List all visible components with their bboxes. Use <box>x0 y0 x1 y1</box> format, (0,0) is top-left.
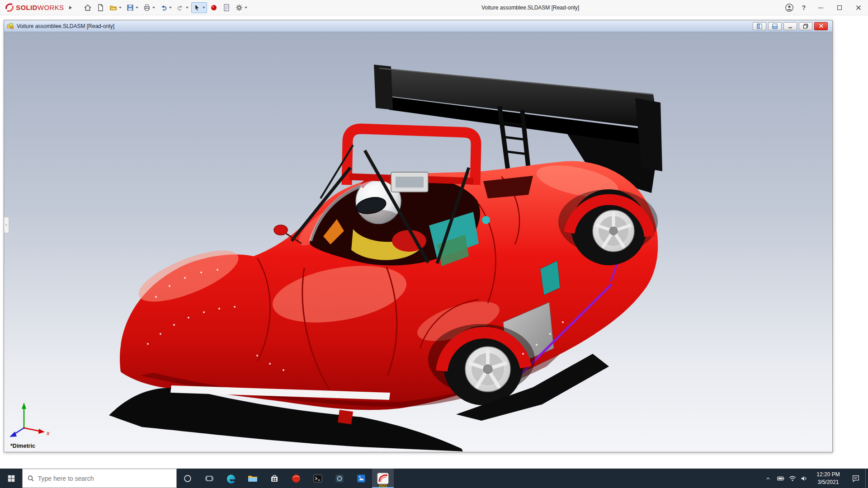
car-model[interactable] <box>109 65 662 451</box>
battery-button[interactable] <box>775 469 787 488</box>
options-gear-icon <box>235 4 243 12</box>
doc-minimize-icon <box>788 23 793 29</box>
cortana-button[interactable] <box>177 469 198 488</box>
open-dropdown-caret[interactable] <box>119 7 122 9</box>
solidworks-logo-mark <box>5 3 14 13</box>
menu-expand-arrow-icon[interactable] <box>69 6 72 9</box>
task-view-button[interactable] <box>198 469 220 488</box>
assembly-document-icon <box>7 23 14 30</box>
document-titlebar[interactable]: Voiture assomblee.SLDASM [Read-only] <box>4 20 832 32</box>
undo-button[interactable] <box>158 2 174 13</box>
quick-access-toolbar <box>82 2 249 13</box>
select-cursor-icon <box>193 4 201 12</box>
file-explorer-icon <box>247 473 258 484</box>
graphics-viewport[interactable]: x *Dimetric ‹ <box>4 32 832 452</box>
help-icon: ? <box>802 4 806 11</box>
system-tray: 12:20 PM 3/5/2021 <box>761 469 868 488</box>
action-center-icon <box>851 474 860 483</box>
side-mirror <box>274 225 288 235</box>
print-button[interactable] <box>141 2 157 13</box>
action-center-button[interactable] <box>846 469 865 488</box>
home-button[interactable] <box>82 2 94 13</box>
doc-restore-button[interactable] <box>799 22 812 30</box>
close-button[interactable] <box>849 0 868 15</box>
save-dropdown-caret[interactable] <box>136 7 138 9</box>
windows-taskbar: 2021 <box>0 469 868 488</box>
taskbar-clock[interactable]: 12:20 PM 3/5/2021 <box>810 469 846 488</box>
solidworks-version-badge: 2021 <box>379 483 387 488</box>
workspace: Voiture assomblee.SLDASM [Read-only] <box>0 15 868 469</box>
taskbar-app-dark[interactable] <box>329 469 350 488</box>
solidworks-logo: SOLIDWORKS <box>0 3 72 13</box>
taskbar-app-solidworks[interactable]: 2021 <box>372 469 394 488</box>
terminal-icon <box>312 473 323 484</box>
clock-date: 3/5/2021 <box>818 479 839 486</box>
clock-time: 12:20 PM <box>816 471 840 478</box>
store-icon <box>269 473 280 484</box>
maximize-button[interactable] <box>830 0 849 15</box>
taskbar-app-edge[interactable] <box>220 469 242 488</box>
select-tool-button[interactable] <box>191 2 207 13</box>
windows-logo-icon <box>7 474 15 483</box>
speaker-icon <box>800 474 808 483</box>
options-dropdown-caret[interactable] <box>245 7 247 9</box>
volume-button[interactable] <box>798 469 810 488</box>
taskbar-search[interactable] <box>22 469 177 488</box>
new-document-icon <box>96 4 104 12</box>
cortana-icon <box>183 474 192 483</box>
triad-x-label: x <box>46 430 50 436</box>
titlebar-controls: ? <box>782 0 868 15</box>
document-title: Voiture assomblee.SLDASM [Read-only] <box>17 23 114 29</box>
hidden-icons-button[interactable] <box>761 469 775 488</box>
account-button[interactable] <box>782 0 797 15</box>
maximize-icon <box>837 5 842 10</box>
help-button[interactable]: ? <box>797 0 811 15</box>
wifi-icon <box>788 474 797 483</box>
network-button[interactable] <box>787 469 798 488</box>
window-cascade-button[interactable] <box>768 22 782 30</box>
start-button[interactable] <box>0 469 22 488</box>
viewport-canvas[interactable]: x <box>4 32 832 452</box>
minimize-button[interactable] <box>811 0 830 15</box>
file-properties-button[interactable] <box>221 2 232 13</box>
dynamic-mouse-button[interactable] <box>208 2 220 13</box>
dark-app-icon <box>334 473 345 484</box>
taskbar-app-terminal[interactable] <box>307 469 329 488</box>
taskbar-app-photos[interactable] <box>350 469 372 488</box>
options-button[interactable] <box>233 2 249 13</box>
close-icon <box>856 5 861 10</box>
redo-button[interactable] <box>175 2 190 13</box>
red-sphere-icon <box>210 4 218 12</box>
file-properties-icon <box>222 4 231 12</box>
feature-manager-collapse-tab[interactable]: ‹ <box>4 217 9 233</box>
doc-minimize-button[interactable] <box>783 22 797 30</box>
account-icon <box>785 3 794 12</box>
window-tile-icon <box>757 23 762 29</box>
window-tile-button[interactable] <box>753 22 766 30</box>
doc-close-button[interactable] <box>814 22 828 30</box>
save-button[interactable] <box>124 2 140 13</box>
print-dropdown-caret[interactable] <box>152 7 155 9</box>
photos-icon <box>356 473 367 484</box>
doc-restore-icon <box>803 23 808 29</box>
save-icon <box>126 4 134 12</box>
search-input[interactable] <box>38 475 172 482</box>
triad-x-axis[interactable] <box>24 428 39 431</box>
taskbar-app-store[interactable] <box>264 469 285 488</box>
orientation-triad[interactable]: x <box>9 403 50 437</box>
taskbar-app-file-explorer[interactable] <box>242 469 264 488</box>
task-view-icon <box>205 474 214 483</box>
open-button[interactable] <box>107 2 123 13</box>
window-cascade-icon <box>772 23 778 29</box>
document-window: Voiture assomblee.SLDASM [Read-only] <box>4 20 833 452</box>
show-desktop-button[interactable] <box>865 469 868 488</box>
app-title: Voiture assomblee.SLDASM [Read-only] <box>481 0 579 15</box>
select-dropdown-caret[interactable] <box>203 7 205 9</box>
chevron-up-icon <box>764 475 772 482</box>
red-app-icon <box>291 473 302 484</box>
new-document-button[interactable] <box>94 2 106 13</box>
taskbar-app-red[interactable] <box>285 469 307 488</box>
edge-icon <box>226 473 236 484</box>
redo-dropdown-caret[interactable] <box>186 7 189 9</box>
undo-dropdown-caret[interactable] <box>169 7 172 9</box>
